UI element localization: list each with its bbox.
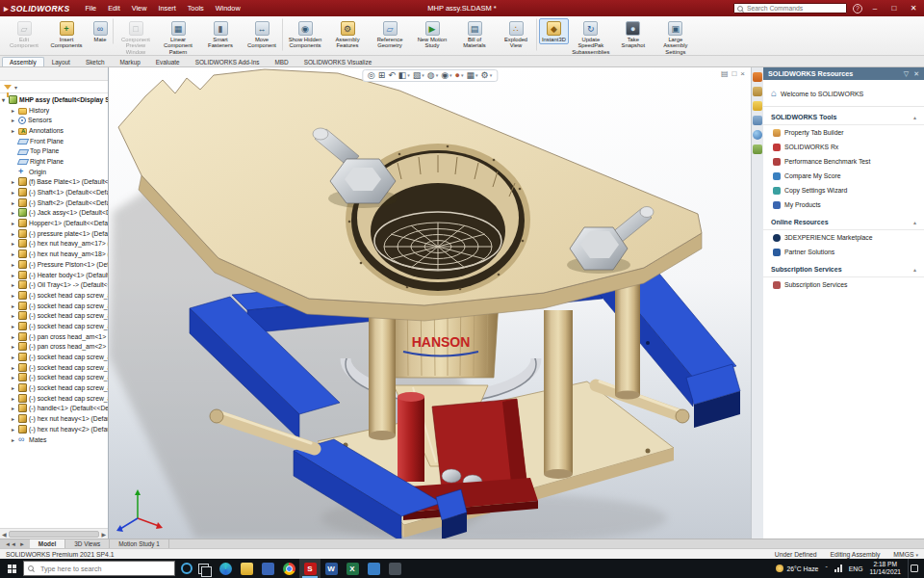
taskpane-item[interactable]: Subscription Services bbox=[763, 277, 924, 292]
tree-expander-icon[interactable] bbox=[12, 240, 18, 247]
ribbon-button[interactable]: Reference Geometry bbox=[370, 18, 410, 51]
taskbar-app-button[interactable] bbox=[278, 559, 299, 578]
heads-up-tool-icon[interactable] bbox=[467, 71, 478, 80]
command-tab[interactable]: Sketch bbox=[78, 57, 113, 66]
taskpane-item[interactable]: SOLIDWORKS Rx bbox=[763, 140, 924, 154]
tree-item[interactable]: Hopper<1> (Default<<Default> bbox=[0, 218, 108, 228]
taskpane-item[interactable]: Performance Benchmark Test bbox=[763, 154, 924, 169]
heads-up-tool-icon[interactable] bbox=[427, 71, 438, 80]
notification-center-icon[interactable] bbox=[908, 559, 920, 578]
menu-item[interactable]: File bbox=[79, 2, 102, 14]
ribbon-button[interactable]: Edit Component bbox=[4, 18, 44, 51]
network-icon[interactable] bbox=[834, 565, 842, 572]
graphics-area[interactable]: ▤□× bbox=[109, 67, 751, 539]
ribbon-button[interactable]: Linear Component Pattern bbox=[158, 18, 198, 57]
tree-item[interactable]: History bbox=[0, 105, 108, 116]
weather-widget[interactable]: 26°C Haze bbox=[776, 565, 818, 572]
tree-expander-icon[interactable] bbox=[12, 323, 18, 329]
ribbon-button[interactable]: Smart Fasteners bbox=[200, 18, 241, 51]
taskpane-item[interactable]: Copy Settings Wizard bbox=[763, 183, 924, 197]
tree-expander-icon[interactable] bbox=[12, 220, 18, 226]
help-icon[interactable]: ? bbox=[853, 4, 862, 13]
document-window-control-icon[interactable]: □ bbox=[732, 69, 736, 78]
command-tab[interactable]: MBD bbox=[267, 57, 295, 66]
language-indicator[interactable]: ENG bbox=[849, 565, 863, 572]
taskbar-app-button[interactable] bbox=[215, 559, 236, 578]
menu-item[interactable]: Window bbox=[210, 2, 246, 14]
tree-item[interactable]: Top Plane bbox=[0, 145, 108, 156]
document-window-control-icon[interactable]: × bbox=[740, 69, 745, 78]
scrollbar-thumb[interactable] bbox=[9, 531, 100, 538]
tree-item[interactable]: (-) hex nut heavy_am<18> (B18.2 bbox=[0, 249, 108, 259]
tree-item[interactable]: (f) Base Plate<1> (Default<As Ma bbox=[0, 177, 108, 188]
ribbon-button[interactable]: New Motion Study bbox=[412, 18, 452, 51]
pin-icon[interactable]: ▽ bbox=[904, 70, 909, 78]
tree-item[interactable]: (-) socket head cap screw_am<5 bbox=[0, 290, 108, 301]
tabs-scroll-left-icon[interactable]: ◄◄ bbox=[5, 541, 16, 547]
units-selector[interactable]: MMGS bbox=[893, 551, 918, 558]
tree-horizontal-scrollbar[interactable]: ◀ ▶ bbox=[0, 528, 108, 539]
tree-expander-icon[interactable] bbox=[12, 395, 18, 402]
taskbar-app-button[interactable] bbox=[384, 559, 405, 578]
tree-item[interactable]: (-) Jack assy<1> (Default<Display bbox=[0, 208, 108, 219]
taskbar-app-button[interactable]: X bbox=[342, 559, 363, 578]
tree-item[interactable]: (-) hex nut heavy_am<17> (B18.2 bbox=[0, 239, 108, 250]
tree-expander-icon[interactable] bbox=[12, 364, 18, 371]
tree-item[interactable]: (-) socket head cap screw_am<13 bbox=[0, 382, 108, 393]
taskpane-item[interactable]: My Products bbox=[763, 197, 924, 212]
task-view-icon[interactable] bbox=[198, 564, 209, 574]
tree-expander-icon[interactable] bbox=[12, 178, 18, 185]
heads-up-tool-icon[interactable] bbox=[413, 71, 424, 80]
tree-expander-icon[interactable] bbox=[12, 272, 18, 278]
tree-expander-icon[interactable] bbox=[12, 199, 18, 206]
tree-item[interactable]: (-) socket head cap screw_am<6 bbox=[0, 310, 108, 321]
tree-expander-icon[interactable] bbox=[12, 107, 18, 114]
tree-expander-icon[interactable] bbox=[12, 230, 18, 237]
scroll-right-icon[interactable]: ▶ bbox=[101, 531, 106, 538]
menu-item[interactable]: Insert bbox=[152, 2, 181, 14]
tree-expander-icon[interactable] bbox=[12, 343, 18, 350]
task-pane-tab-icon[interactable] bbox=[753, 144, 762, 154]
ribbon-button[interactable]: Move Component bbox=[243, 18, 283, 51]
hidden-icons-chevron[interactable]: ˆ bbox=[825, 565, 827, 572]
task-pane-tab-icon[interactable] bbox=[753, 116, 762, 125]
task-pane-tab-icon[interactable] bbox=[753, 130, 762, 140]
tree-item[interactable]: (-) hex nut heavy<2> (Default< bbox=[0, 424, 108, 434]
tree-item[interactable]: (-) pan cross head_am<2> (B18.6 bbox=[0, 342, 108, 353]
start-button[interactable] bbox=[0, 559, 23, 578]
ribbon-button[interactable]: Insert Components bbox=[46, 18, 87, 51]
tree-item[interactable]: (-) socket head cap screw_am<14 bbox=[0, 393, 108, 404]
model-tab[interactable]: Motion Study 1 bbox=[110, 539, 169, 548]
scroll-left-icon[interactable]: ◀ bbox=[2, 531, 7, 538]
menu-item[interactable]: View bbox=[126, 2, 153, 14]
tree-expander-icon[interactable] bbox=[12, 261, 18, 268]
clock[interactable]: 2:18 PM 11/14/2021 bbox=[869, 561, 901, 576]
tree-item[interactable]: (-) Oil Tray<1> -> (Default<<Def bbox=[0, 279, 108, 290]
document-window-control-icon[interactable]: ▤ bbox=[721, 69, 729, 78]
ribbon-button[interactable]: Mate bbox=[89, 18, 114, 44]
tree-expander-icon[interactable] bbox=[2, 96, 9, 103]
heads-up-tool-icon[interactable] bbox=[378, 71, 386, 80]
taskpane-item[interactable]: Property Tab Builder bbox=[763, 125, 924, 140]
tree-expander-icon[interactable] bbox=[12, 281, 18, 288]
taskpane-item[interactable]: Compare My Score bbox=[763, 169, 924, 183]
ribbon-button[interactable]: Exploded View bbox=[497, 18, 537, 51]
welcome-link[interactable]: ⌂ Welcome to SOLIDWORKS bbox=[763, 80, 924, 107]
command-search-input[interactable] bbox=[745, 4, 843, 13]
ribbon-button[interactable]: Large Assembly Settings bbox=[655, 18, 696, 57]
taskbar-app-button[interactable] bbox=[363, 559, 384, 578]
tree-item[interactable]: Origin bbox=[0, 167, 108, 177]
taskbar-app-button[interactable]: S bbox=[299, 559, 321, 578]
taskpane-section-header[interactable]: SOLIDWORKS Tools ▴ bbox=[763, 107, 924, 125]
heads-up-tool-icon[interactable] bbox=[388, 71, 396, 80]
tree-item[interactable]: (-) socket head cap screw_am<1 bbox=[0, 352, 108, 362]
heads-up-tool-icon[interactable] bbox=[368, 71, 375, 80]
tree-item[interactable]: (-) Shaft<2> (Default<<Default> bbox=[0, 197, 108, 208]
tree-expander-icon[interactable] bbox=[12, 117, 18, 123]
maximize-button[interactable]: □ bbox=[887, 4, 901, 13]
task-pane-tab-icon[interactable] bbox=[753, 87, 762, 96]
command-tab[interactable]: SOLIDWORKS Add-Ins bbox=[188, 57, 268, 66]
filter-funnel-icon[interactable] bbox=[4, 85, 12, 90]
command-tab[interactable]: Markup bbox=[112, 57, 147, 66]
task-pane-tab-icon[interactable] bbox=[753, 72, 762, 82]
